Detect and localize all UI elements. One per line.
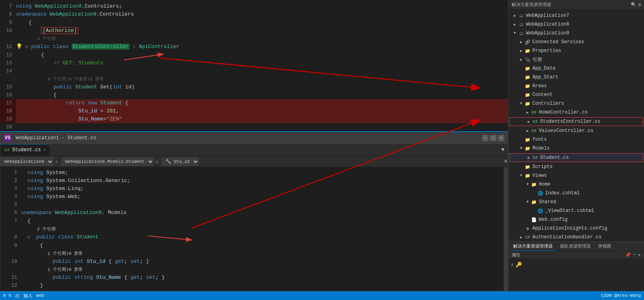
vs-icon: VS	[4, 134, 12, 142]
student-line-13: 13 }	[5, 290, 504, 291]
code-line-20: 20	[0, 123, 508, 131]
folder-icon: 📁	[524, 48, 531, 54]
tree-item-content[interactable]: ▶ 📁 Content	[508, 90, 644, 99]
project-icon: 🗂	[518, 12, 524, 19]
connected-services-icon: 🔗	[524, 39, 531, 45]
student-line-9: 9 {	[5, 242, 504, 250]
tree-item-references[interactable]: ▶ 📎 引用	[508, 55, 644, 64]
status-input: 输入	[24, 293, 32, 299]
tree-arrow: ▶	[526, 154, 532, 161]
top-code-lines: 7 using WebApplication9.Controllers; 8 ⊟…	[0, 0, 508, 136]
bottom-code-lines[interactable]: 1 using System; 2 using System.Collectio…	[5, 167, 504, 291]
config-icon: 📄	[531, 216, 537, 223]
tree-item-appdata[interactable]: ▶ 📁 App_Data	[508, 64, 644, 73]
tree-item-views[interactable]: ▼ 📁 Views	[508, 171, 644, 180]
tree-item-authhandler[interactable]: ▶ C# AuthenticationHandler.cs	[508, 233, 644, 241]
code-line-18: 18 Stu_id = 201,	[0, 107, 508, 115]
code-line-ref1: 0 个引用	[0, 35, 508, 43]
tree-item-fonts[interactable]: ▶ 📁 fonts	[508, 135, 644, 144]
folder-icon: 📁	[524, 92, 531, 98]
student-line-12: 12 }	[5, 282, 504, 290]
project-dropdown[interactable]: WebApplication9	[0, 157, 53, 166]
references-icon: 📎	[524, 56, 531, 63]
shared-label: Shared	[539, 199, 556, 205]
pin-button[interactable]: −	[633, 252, 636, 258]
namespace-dropdown[interactable]: WebApplication9.Models.Student	[61, 157, 154, 166]
vertical-scrollbar[interactable]	[504, 167, 508, 291]
floating-window: VS WebApplication1 - Student.cs − □ × C#…	[0, 131, 508, 291]
tree-item-appinsights[interactable]: ▶ ⚙ ApplicationInsights.config	[508, 224, 644, 233]
tree-arrow: ▶	[518, 48, 524, 54]
tree-item-controllers[interactable]: ▼ 📁 Controllers	[508, 99, 644, 108]
top-editor: 7 using WebApplication9.Controllers; 8 ⊟…	[0, 0, 508, 136]
tree-item-properties[interactable]: ▶ 📁 Properties	[508, 46, 644, 55]
tree-item-viewstart[interactable]: ▶ 🌐 _ViewStart.cshtml	[508, 206, 644, 215]
add-button[interactable]: +	[504, 158, 508, 165]
pin-icon[interactable]: 📌	[625, 252, 631, 258]
tab-bar: C# Student.cs × ▼	[0, 144, 508, 156]
tab-student-cs[interactable]: C# Student.cs ×	[0, 144, 50, 156]
minimize-button[interactable]: −	[482, 135, 488, 141]
tree-item-models[interactable]: ▼ 📁 Models	[508, 144, 644, 153]
panel-tab-team[interactable]: 团队资源管理器	[557, 242, 594, 251]
prop-icon2[interactable]: 🔑	[516, 262, 522, 268]
tab-label: Student.cs	[12, 147, 41, 153]
tree-label: WebApplication7	[526, 13, 569, 18]
student-line-1: 1 using System;	[5, 169, 504, 177]
tree-label: Properties	[532, 48, 561, 54]
panel-tabs: 解决方案资源管理器 团队资源管理器 类视图	[508, 242, 644, 251]
solution-tree[interactable]: ▶ 🗂 WebApplication7 ▶ 🗂 WebApplication8 …	[508, 10, 644, 241]
tree-item-webapp8[interactable]: ▶ 🗂 WebApplication8	[508, 20, 644, 29]
tree-item-webapp9[interactable]: ▼ 🗂 WebApplication9	[508, 29, 644, 38]
tree-label: WebApplication8	[526, 22, 569, 27]
solution-panel-header: 解决方案资源管理器 🔍 ⚙	[508, 0, 644, 10]
properties-header: 属性 📌 − ▾	[508, 251, 644, 259]
tree-label: Student.cs	[540, 155, 569, 160]
cs-icon: C#	[531, 128, 537, 134]
tree-item-index-cshtml[interactable]: ▶ 🌐 Index.cshtml	[508, 189, 644, 198]
tree-label: Models	[532, 146, 550, 151]
config-icon: ⚙	[524, 225, 531, 232]
student-line-11: 11 public string Stu_Name { get; set; }	[5, 274, 504, 282]
member-dropdown[interactable]: 🔧 Stu_id	[162, 157, 199, 166]
restore-button[interactable]: □	[490, 135, 496, 141]
tree-item-scripts[interactable]: ▶ 📁 Scripts	[508, 162, 644, 171]
tab-close-button[interactable]: ×	[43, 148, 46, 152]
panel-toolbar: 🔍 ⚙	[631, 2, 641, 7]
tree-label: Areas	[532, 83, 547, 89]
folder-icon: 📁	[524, 100, 531, 107]
tree-label: Scripts	[532, 164, 552, 170]
prop-icon1[interactable]: ⚡	[511, 262, 514, 268]
status-copyright: CSDN @Ares-Wang	[601, 293, 641, 298]
window-controls[interactable]: − □ ×	[482, 135, 504, 141]
student-line-2: 2 using System.Collections.Generic;	[5, 177, 504, 185]
dropdown-arrow[interactable]: ▼	[498, 147, 508, 153]
panel-tab-solution[interactable]: 解决方案资源管理器	[510, 242, 556, 251]
project-icon: 🗂	[518, 30, 524, 36]
cs-icon: C#	[532, 154, 538, 161]
tree-item-homecontroller[interactable]: ▶ C# HomeController.cs	[508, 108, 644, 117]
panel-search-icon[interactable]: 🔍	[631, 2, 636, 7]
close-button[interactable]: ×	[498, 135, 504, 141]
dropdown-icon[interactable]: ▾	[638, 252, 641, 258]
tree-arrow: ▶	[526, 118, 532, 125]
tree-item-studentcs[interactable]: ▶ C# Student.cs	[509, 153, 643, 162]
solution-explorer: 解决方案资源管理器 🔍 ⚙ ▶ 🗂 WebApplication7 ▶ 🗂 We…	[508, 0, 644, 291]
tree-label: HomeController.cs	[539, 110, 588, 115]
student-ref3: 1 个引用|0 异常	[5, 266, 504, 274]
tree-item-webapp7[interactable]: ▶ 🗂 WebApplication7	[508, 11, 644, 20]
solution-bottom: 解决方案资源管理器 团队资源管理器 类视图 属性 📌 − ▾ ⚡ 🔑	[508, 241, 644, 291]
tree-item-areas[interactable]: ▶ 📁 Areas	[508, 82, 644, 90]
panel-tab-class[interactable]: 类视图	[595, 242, 614, 251]
tree-label: Controllers	[532, 101, 564, 106]
panel-settings-icon[interactable]: ⚙	[638, 2, 641, 7]
code-line-11: 11 💡 ⊟ public class StudentsController :…	[0, 43, 508, 51]
tree-item-valuescontroller[interactable]: ▶ C# ValuesController.cs	[508, 126, 644, 135]
tree-item-studentscontroller[interactable]: ▶ C# StudentsController.cs	[509, 117, 643, 126]
tree-item-connected-services[interactable]: ▶ 🔗 Connected Services	[508, 38, 644, 46]
student-line-8: 8 ⊟ public class Student	[5, 233, 504, 242]
tree-item-appstart[interactable]: ▶ 📁 App_Start	[508, 73, 644, 82]
tree-item-home[interactable]: ▼ 📁 Home	[508, 180, 644, 189]
tree-item-views-webconfig[interactable]: ▶ 📄 Web.config	[508, 215, 644, 224]
tree-item-shared[interactable]: ▼ 📁 Shared	[508, 198, 644, 206]
